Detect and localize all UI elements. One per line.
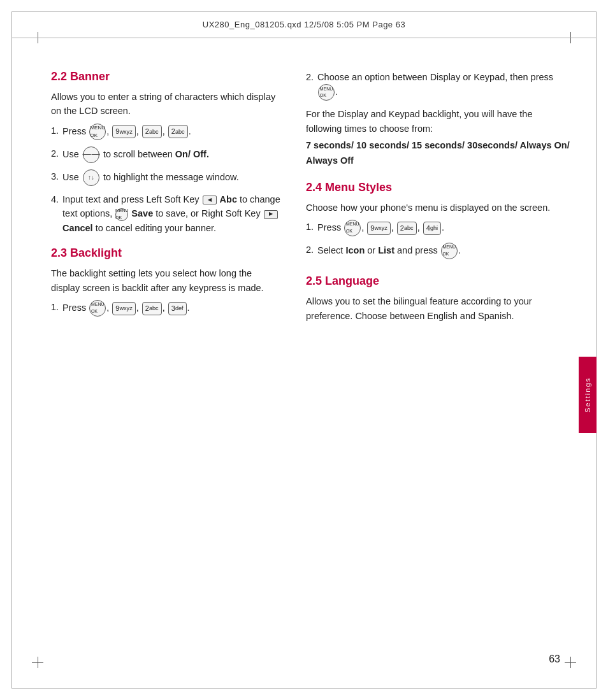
4ghi-key-ms: 4ghi bbox=[423, 222, 441, 235]
step2-content: Use ⟵⟶ to scroll between On/ Off. bbox=[62, 146, 280, 163]
section-menu-styles: 2.4 Menu Styles Choose how your phone's … bbox=[306, 181, 570, 259]
step3-num: 3. bbox=[51, 169, 59, 186]
menu-ok-key-save: MENUOK bbox=[115, 208, 128, 221]
menu-ok-key-1: MENUOK bbox=[89, 124, 106, 140]
ms-step1-content: Press MENUOK, 9wxyz, 2abc, 4ghi. bbox=[317, 220, 570, 236]
banner-step2: 2. Use ⟵⟶ to scroll between On/ Off. bbox=[51, 146, 280, 163]
backlight-step2-content: Choose an option between Display or Keyp… bbox=[317, 70, 570, 101]
backlight-intro: The backlight setting lets you select ho… bbox=[51, 266, 280, 295]
2abc-key-1: 2abc bbox=[142, 125, 162, 138]
backlight-title: 2.3 Backlight bbox=[51, 246, 280, 260]
step4-content: Input text and press Left Soft Key Abc t… bbox=[62, 192, 280, 235]
backlight-step1-content: Press MENUOK, 9wxyz, 2abc, 3def. bbox=[62, 300, 280, 317]
on-off-text: On/ Off. bbox=[175, 149, 209, 159]
nav-circle-lr: ⟵⟶ bbox=[83, 146, 99, 163]
menu-styles-title: 2.4 Menu Styles bbox=[306, 181, 570, 194]
list-label: List bbox=[378, 245, 394, 255]
menu-ok-key-bl: MENUOK bbox=[89, 300, 106, 317]
step1-num: 1. bbox=[51, 124, 59, 140]
section-language: 2.5 Language Allows you to set the bilin… bbox=[306, 275, 570, 323]
step3-content: Use ↑↓ to highlight the message window. bbox=[62, 169, 280, 186]
2abc-key-bl: 2abc bbox=[142, 302, 162, 315]
step1-content: Press MENUOK, 9wxyz, 2abc, 2abc. bbox=[62, 124, 280, 140]
section-banner: 2.2 Banner Allows you to enter a string … bbox=[51, 70, 280, 235]
backlight-step2: 2. Choose an option between Display or K… bbox=[306, 70, 570, 101]
language-intro: Allows you to set the bilingual feature … bbox=[306, 294, 570, 323]
9wxyz-key-ms: 9wxyz bbox=[367, 222, 390, 235]
backlight-step1: 1. Press MENUOK, 9wxyz, 2abc, 3def. bbox=[51, 300, 280, 317]
cancel-label: Cancel bbox=[62, 223, 93, 233]
banner-step4: 4. Input text and press Left Soft Key Ab… bbox=[51, 192, 280, 235]
banner-title: 2.2 Banner bbox=[51, 70, 280, 83]
reg-mark-br bbox=[565, 657, 576, 668]
backlight-step1-num: 1. bbox=[51, 300, 59, 317]
banner-intro: Allows you to enter a string of characte… bbox=[51, 90, 280, 118]
header-text: UX280_Eng_081205.qxd 12/5/08 5:05 PM Pag… bbox=[203, 20, 405, 29]
page-header: UX280_Eng_081205.qxd 12/5/08 5:05 PM Pag… bbox=[11, 11, 597, 38]
3def-key-bl: 3def bbox=[168, 302, 187, 315]
page-number: 63 bbox=[549, 654, 560, 665]
timing-values: 7 seconds/ 10 seconds/ 15 seconds/ 30sec… bbox=[306, 138, 570, 168]
menu-styles-intro: Choose how your phone's menu is displaye… bbox=[306, 201, 570, 215]
main-content: 2.2 Banner Allows you to enter a string … bbox=[51, 45, 570, 649]
abc-label: Abc bbox=[220, 194, 237, 204]
language-title: 2.5 Language bbox=[306, 275, 570, 288]
right-column: 2. Choose an option between Display or K… bbox=[306, 45, 570, 649]
nav-circle-ud: ↑↓ bbox=[83, 169, 99, 186]
menu-styles-step2: 2. Select Icon or List and press MENUOK. bbox=[306, 243, 570, 259]
ms-step2-content: Select Icon or List and press MENUOK. bbox=[317, 243, 570, 259]
left-column: 2.2 Banner Allows you to enter a string … bbox=[51, 45, 280, 649]
banner-step1: 1. Press MENUOK, 9wxyz, 2abc, 2abc. bbox=[51, 124, 280, 140]
menu-ok-key-bl2: MENUOK bbox=[318, 84, 335, 101]
reg-mark-bl bbox=[32, 657, 43, 668]
soft-right-icon bbox=[264, 210, 278, 219]
section-backlight: 2.3 Backlight The backlight setting lets… bbox=[51, 246, 280, 317]
banner-step3: 3. Use ↑↓ to highlight the message windo… bbox=[51, 169, 280, 186]
menu-styles-step1: 1. Press MENUOK, 9wxyz, 2abc, 4ghi. bbox=[306, 220, 570, 236]
menu-ok-key-ms: MENUOK bbox=[344, 220, 361, 236]
ms-step2-num: 2. bbox=[306, 243, 314, 259]
backlight-step2-num: 2. bbox=[306, 70, 314, 101]
menu-ok-key-ms2: MENUOK bbox=[441, 243, 458, 259]
soft-left-icon bbox=[203, 196, 217, 204]
settings-tab-label: Settings bbox=[584, 377, 591, 413]
step2-num: 2. bbox=[51, 146, 59, 163]
for-display-text: For the Display and Keypad backlight, yo… bbox=[306, 107, 570, 136]
9wxyz-key-bl: 9wxyz bbox=[112, 302, 135, 315]
step4-num: 4. bbox=[51, 192, 59, 235]
2abc-key-2: 2abc bbox=[168, 125, 188, 138]
ms-step1-num: 1. bbox=[306, 220, 314, 236]
icon-label: Icon bbox=[345, 245, 365, 255]
2abc-key-ms: 2abc bbox=[397, 222, 417, 235]
settings-tab: Settings bbox=[579, 357, 597, 433]
9wxyz-key-1: 9wxyz bbox=[112, 125, 135, 138]
save-label: Save bbox=[131, 208, 153, 218]
